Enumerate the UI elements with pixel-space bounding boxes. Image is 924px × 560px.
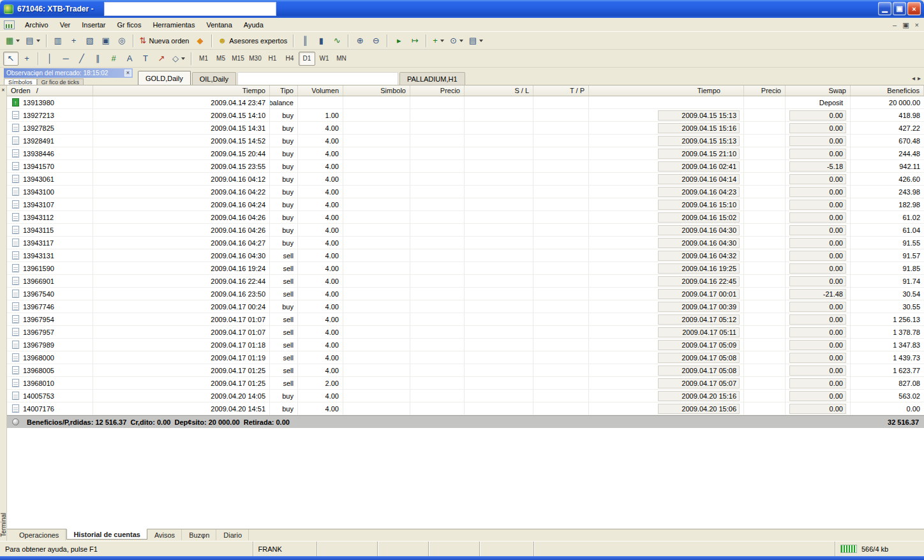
expert-advisors-button[interactable]: ☻ Asesores expertos [216, 34, 290, 48]
crosshair-tool-button[interactable]: + [19, 52, 34, 66]
terminal-tab[interactable]: Diario [217, 529, 249, 540]
market-watch-tab[interactable]: Símbolos [4, 78, 37, 85]
column-header[interactable]: Precio [410, 85, 465, 96]
table-row[interactable]: 13968005 2009.04.17 01:25 sell 4.00 2009… [7, 364, 924, 377]
mdi-restore-button[interactable]: ▣ [902, 21, 909, 29]
text-tool-button[interactable]: A [122, 52, 137, 66]
menu-item[interactable]: Gr ficos [112, 19, 147, 31]
data-window-button[interactable]: + [66, 34, 82, 48]
menu-item[interactable]: Ventana [200, 19, 237, 31]
label-tool-button[interactable]: T [138, 52, 153, 66]
timeframe-m30-button[interactable]: M30 [247, 52, 264, 66]
auto-scroll-button[interactable]: ▸ [391, 34, 406, 48]
table-row[interactable]: 13943061 2009.04.16 04:12 buy 4.00 2009.… [7, 173, 924, 186]
close-market-watch-button[interactable]: × [124, 70, 131, 77]
column-header[interactable]: Tiempo [93, 85, 270, 96]
zoom-in-button[interactable]: ⊕ [352, 34, 368, 48]
chart-tab[interactable]: OIL,Daily [192, 72, 236, 85]
table-row[interactable]: 13943100 2009.04.16 04:22 buy 4.00 2009.… [7, 186, 924, 198]
chart-shift-button[interactable]: ↦ [407, 34, 422, 48]
candlestick-chart-button[interactable]: ▮ [313, 34, 329, 48]
column-header[interactable]: T / P [533, 85, 589, 96]
fibonacci-tool-button[interactable]: # [106, 52, 121, 66]
menu-item[interactable]: Ayuda [238, 19, 269, 31]
table-row[interactable]: 13968010 2009.04.17 01:25 sell 2.00 2009… [7, 377, 924, 390]
bar-chart-button[interactable]: ║ [297, 34, 313, 48]
vertical-line-tool-button[interactable]: │ [42, 52, 57, 66]
menu-item[interactable]: Archivo [19, 19, 54, 31]
trendline-tool-button[interactable]: ╱ [74, 52, 89, 66]
metaeditor-button[interactable]: ◆ [193, 34, 208, 48]
indicators-button[interactable]: + [430, 34, 447, 48]
column-header[interactable]: Orden / [7, 85, 93, 96]
horizontal-line-tool-button[interactable]: ─ [58, 52, 73, 66]
table-row[interactable]: 14005753 2009.04.20 14:05 buy 4.00 2009.… [7, 390, 924, 402]
redacted-area[interactable] [237, 72, 398, 85]
mdi-close-button[interactable]: × [915, 21, 919, 29]
table-row[interactable]: 13927825 2009.04.15 14:31 buy 4.00 2009.… [7, 122, 924, 135]
terminal-tab[interactable]: Operaciones [13, 529, 66, 540]
timeframe-d1-button[interactable]: D1 [299, 52, 315, 66]
table-row[interactable]: 13967989 2009.04.17 01:18 sell 4.00 2009… [7, 339, 924, 351]
periods-button[interactable]: ⊙ [447, 34, 466, 48]
line-chart-button[interactable]: ∿ [329, 34, 345, 48]
table-row[interactable]: 13943115 2009.04.16 04:26 buy 4.00 2009.… [7, 224, 924, 237]
terminal-tab[interactable]: Buzφn [183, 529, 216, 540]
column-header[interactable]: Tiempo [589, 85, 744, 96]
timeframe-m1-button[interactable]: M1 [195, 52, 212, 66]
terminal-tab[interactable]: Historial de cuentas [66, 529, 147, 540]
tabs-scroll-left-button[interactable]: ◂ [912, 75, 915, 82]
column-header[interactable]: Swap [786, 85, 851, 96]
terminal-button[interactable]: ▣ [98, 34, 114, 48]
table-row[interactable]: 13913980 2009.04.14 23:47 balance Deposi… [7, 96, 924, 109]
timeframe-m5-button[interactable]: M5 [212, 52, 229, 66]
table-row[interactable]: 13943112 2009.04.16 04:26 buy 4.00 2009.… [7, 211, 924, 224]
new-order-button[interactable]: ⇅ Nueva orden [137, 34, 192, 48]
market-watch-tab[interactable]: Gr fico de ticks [37, 78, 84, 85]
table-row[interactable]: 13943107 2009.04.16 04:24 buy 4.00 2009.… [7, 198, 924, 211]
restore-button[interactable]: ▣ [893, 2, 906, 15]
table-row[interactable]: 14007176 2009.04.20 14:51 buy 4.00 2009.… [7, 402, 924, 415]
timeframe-h4-button[interactable]: H4 [281, 52, 298, 66]
channel-tool-button[interactable]: ∥ [90, 52, 105, 66]
table-row[interactable]: 13967540 2009.04.16 23:50 sell 4.00 2009… [7, 288, 924, 300]
column-header[interactable]: S / L [465, 85, 533, 96]
table-row[interactable]: 13967954 2009.04.17 01:07 sell 4.00 2009… [7, 313, 924, 326]
table-row[interactable]: 13927213 2009.04.15 14:10 buy 1.00 2009.… [7, 109, 924, 122]
chart-tab[interactable]: PALLADIUM,H1 [399, 72, 465, 85]
tabs-scroll-right-button[interactable]: ▸ [918, 75, 921, 82]
zoom-out-button[interactable]: ⊖ [368, 34, 384, 48]
timeframe-m15-button[interactable]: M15 [230, 52, 246, 66]
table-row[interactable]: 13966901 2009.04.16 22:44 sell 4.00 2009… [7, 275, 924, 288]
timeframe-mn-button[interactable]: MN [333, 52, 350, 66]
timeframe-w1-button[interactable]: W1 [316, 52, 332, 66]
timeframe-h1-button[interactable]: H1 [264, 52, 281, 66]
table-row[interactable]: 13943131 2009.04.16 04:30 sell 4.00 2009… [7, 249, 924, 262]
column-header[interactable]: Precio [744, 85, 786, 96]
menu-item[interactable]: Ver [54, 19, 77, 31]
cursor-tool-button[interactable]: ↖ [3, 52, 19, 66]
table-row[interactable]: 13967957 2009.04.17 01:07 sell 4.00 2009… [7, 326, 924, 339]
menu-item[interactable]: Insertar [76, 19, 111, 31]
close-button[interactable]: × [907, 2, 921, 15]
arrows-tool-button[interactable]: ↗ [154, 52, 169, 66]
close-terminal-button[interactable]: × [1, 87, 4, 93]
mdi-minimize-button[interactable]: – [893, 21, 897, 29]
column-header[interactable]: Tipo [270, 85, 298, 96]
table-row[interactable]: 13938446 2009.04.15 20:44 buy 4.00 2009.… [7, 147, 924, 160]
table-row[interactable]: 13928491 2009.04.15 14:52 buy 4.00 2009.… [7, 135, 924, 147]
table-row[interactable]: 13967746 2009.04.17 00:24 buy 4.00 2009.… [7, 300, 924, 313]
terminal-tab[interactable]: Avisos [148, 529, 182, 540]
market-watch-button[interactable]: ▥ [50, 34, 66, 48]
profiles-button[interactable]: ▤ [23, 34, 42, 48]
column-header[interactable]: Beneficios [851, 85, 924, 96]
column-header[interactable]: Simbolo [343, 85, 410, 96]
table-row[interactable]: 13961590 2009.04.16 19:24 sell 4.00 2009… [7, 262, 924, 275]
column-header[interactable]: Volumen [298, 85, 343, 96]
table-row[interactable]: 13943117 2009.04.16 04:27 buy 4.00 2009.… [7, 237, 924, 249]
shapes-tool-button[interactable]: ◇ [170, 52, 188, 66]
table-row[interactable]: 13941570 2009.04.15 23:55 buy 4.00 2009.… [7, 160, 924, 173]
navigator-button[interactable]: ▧ [82, 34, 98, 48]
table-row[interactable]: 13968000 2009.04.17 01:19 sell 4.00 2009… [7, 351, 924, 364]
strategy-tester-button[interactable]: ◎ [114, 34, 130, 48]
